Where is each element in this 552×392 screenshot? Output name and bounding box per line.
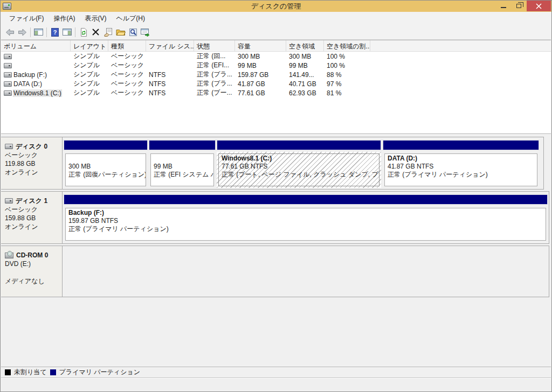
help-button[interactable]: ? <box>49 26 61 38</box>
menu-action[interactable]: 操作(A) <box>49 12 80 25</box>
column-header-free[interactable]: 空き領域 <box>286 40 324 51</box>
menu-file[interactable]: ファイル(F) <box>4 12 49 25</box>
partition-recovery[interactable]: 300 MB 正常 (回復パーティション) <box>64 140 148 188</box>
menu-view[interactable]: 表示(V) <box>80 12 111 25</box>
close-button[interactable] <box>527 1 551 11</box>
disk-type: ベーシック <box>5 151 59 159</box>
disk-type: ベーシック <box>5 205 59 214</box>
column-header-type[interactable]: 種類 <box>108 40 146 51</box>
partition-size: 300 MB <box>68 163 143 171</box>
find-button[interactable] <box>127 26 139 38</box>
cell-free: 99 MB <box>286 62 324 69</box>
cell-status: 正常 (プラ... <box>194 70 235 79</box>
partition-color-bar <box>64 140 148 150</box>
volume-icon <box>4 81 12 87</box>
table-row[interactable]: DATA (D:) シンプル ベーシック NTFS 正常 (プラ... 41.8… <box>1 79 551 88</box>
partition-name: Windows8.1 (C:) <box>222 155 376 163</box>
cell-type: ベーシック <box>108 52 146 61</box>
close-icon <box>536 3 542 9</box>
table-row[interactable]: シンプル ベーシック 正常 (EFI... 99 MB 99 MB 100 % <box>1 61 551 70</box>
restore-button[interactable] <box>511 1 527 11</box>
titlebar: ディスクの管理 <box>1 1 551 12</box>
disk-status: オンライン <box>5 168 59 177</box>
cell-free-pct: 100 % <box>324 62 370 69</box>
cell-layout: シンプル <box>71 70 108 79</box>
toolbar-separator <box>46 27 47 37</box>
refresh-icon <box>79 28 88 37</box>
column-header-status[interactable]: 状態 <box>194 40 235 51</box>
partition-name <box>154 155 211 163</box>
partition-name: DATA (D:) <box>388 155 534 163</box>
cell-layout: シンプル <box>71 88 108 97</box>
cell-type: ベーシック <box>108 61 146 70</box>
window-bottom-frame <box>1 377 551 391</box>
disk-1-row: ディスク 1 ベーシック 159.88 GB オンライン Backup (F:)… <box>1 191 549 244</box>
legend-unallocated: 未割り当て <box>5 368 47 377</box>
partition-size: 77.61 GB NTFS <box>222 163 376 171</box>
open-button[interactable] <box>114 26 127 38</box>
export-list-button[interactable] <box>139 26 151 38</box>
cell-free: 300 MB <box>286 53 324 60</box>
delete-button[interactable] <box>89 26 102 38</box>
cell-type: ベーシック <box>108 70 146 79</box>
console-tree-icon <box>34 28 43 36</box>
cell-capacity: 300 MB <box>235 53 286 60</box>
forward-icon <box>18 28 27 37</box>
table-row[interactable]: シンプル ベーシック 正常 (回... 300 MB 300 MB 100 % <box>1 52 551 61</box>
svg-text:?: ? <box>53 29 57 36</box>
column-header-volume[interactable]: ボリューム <box>1 40 71 51</box>
disk-0-panel[interactable]: ディスク 0 ベーシック 119.88 GB オンライン <box>1 137 63 189</box>
show-console-tree-button[interactable] <box>32 26 45 38</box>
primary-partition-swatch <box>50 369 56 375</box>
partition-data-d[interactable]: DATA (D:) 41.87 GB NTFS 正常 (プライマリ パーティショ… <box>383 140 539 188</box>
volume-icon <box>4 90 12 96</box>
properties-button[interactable] <box>102 26 114 38</box>
toolbar: ? <box>1 25 551 40</box>
cell-free-pct: 88 % <box>324 71 370 79</box>
cell-capacity: 99 MB <box>235 62 286 69</box>
refresh-button[interactable] <box>77 26 89 38</box>
cdrom-name: CD-ROM 0 <box>16 251 48 260</box>
cell-status: 正常 (プラ... <box>194 79 235 88</box>
disk-size: 119.88 GB <box>5 159 59 168</box>
forward-button[interactable] <box>16 26 29 38</box>
table-row-selected[interactable]: Windows8.1 (C:) シンプル ベーシック NTFS 正常 (ブー..… <box>1 88 551 97</box>
partition-size: 41.87 GB NTFS <box>388 163 534 171</box>
window-controls <box>495 1 551 11</box>
help-icon: ? <box>51 28 59 37</box>
partition-status: 正常 (EFI システム パ <box>154 171 211 179</box>
table-row[interactable]: Backup (F:) シンプル ベーシック NTFS 正常 (プラ... 15… <box>1 70 551 79</box>
partition-efi[interactable]: 99 MB 正常 (EFI システム パ <box>149 140 216 188</box>
cdrom-0-panel[interactable]: CD-ROM 0 DVD (E:) メディアなし <box>1 246 63 297</box>
disk-name: ディスク 1 <box>16 197 47 205</box>
cell-free: 141.49... <box>286 71 324 79</box>
cell-fs: NTFS <box>146 89 194 97</box>
menu-help[interactable]: ヘルプ(H) <box>111 12 150 25</box>
column-header-capacity[interactable]: 容量 <box>235 40 286 51</box>
cell-free: 62.93 GB <box>286 89 324 97</box>
unallocated-swatch <box>5 369 11 375</box>
minimize-button[interactable] <box>495 1 511 11</box>
volume-name: DATA (D:) <box>13 80 42 88</box>
column-header-layout[interactable]: レイアウト <box>71 40 108 51</box>
partition-size: 99 MB <box>154 163 211 171</box>
volume-list-header: ボリューム レイアウト 種類 ファイル シス... 状態 容量 空き領域 空き領… <box>1 40 551 52</box>
find-icon <box>129 28 137 37</box>
cell-free: 40.71 GB <box>286 80 324 88</box>
show-action-pane-button[interactable] <box>61 26 73 38</box>
back-button[interactable] <box>4 26 16 38</box>
column-header-free-pct[interactable]: 空き領域の割... <box>324 40 370 51</box>
legend-primary-partition: プライマリ パーティション <box>50 368 140 377</box>
volume-name: Windows8.1 (C:) <box>13 89 61 97</box>
volume-name: Backup (F:) <box>13 71 47 79</box>
menu-bar: ファイル(F) 操作(A) 表示(V) ヘルプ(H) <box>1 12 551 25</box>
spacer <box>5 268 59 277</box>
cell-status: 正常 (回... <box>194 52 235 61</box>
disk-1-panel[interactable]: ディスク 1 ベーシック 159.88 GB オンライン <box>1 192 63 243</box>
partition-backup-f[interactable]: Backup (F:) 159.87 GB NTFS 正常 (プライマリ パーテ… <box>64 194 548 242</box>
toolbar-separator <box>75 27 75 37</box>
graphical-view: ディスク 0 ベーシック 119.88 GB オンライン 300 MB 正常 (… <box>1 137 551 367</box>
column-header-filesystem[interactable]: ファイル シス... <box>146 40 194 51</box>
partition-status: 正常 (ブート, ページ ファイル, クラッシュ ダンプ, プライマリ パー <box>222 171 376 179</box>
partition-windows-c[interactable]: Windows8.1 (C:) 77.61 GB NTFS 正常 (ブート, ペ… <box>217 140 381 188</box>
